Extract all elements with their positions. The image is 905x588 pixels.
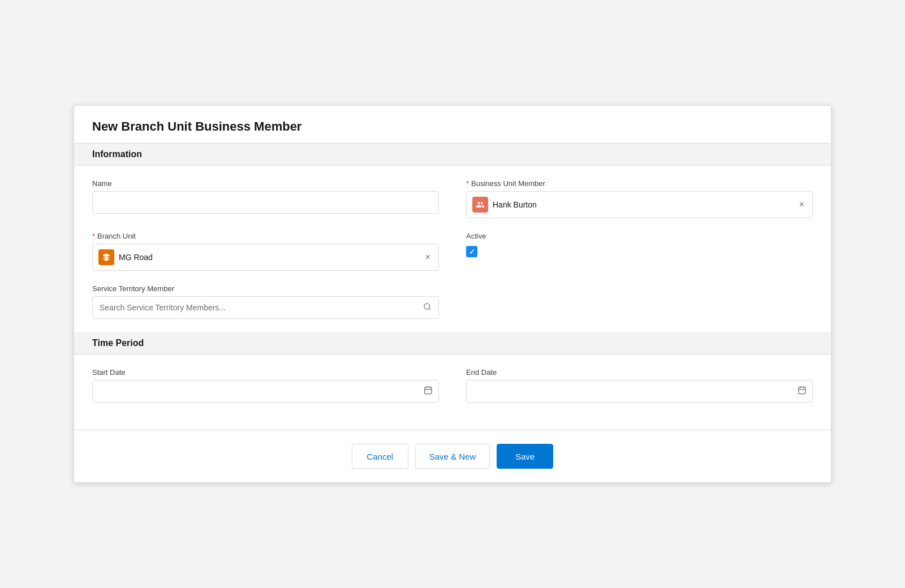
start-date-calendar-icon[interactable] xyxy=(424,386,433,397)
branch-unit-icon xyxy=(98,249,114,265)
time-period-section-title: Time Period xyxy=(92,338,144,348)
page-title: New Branch Unit Business Member xyxy=(92,119,813,134)
modal-header: New Branch Unit Business Member xyxy=(74,106,831,144)
information-section-body: Name * Business Unit Member Hank Burton xyxy=(74,166,831,332)
svg-rect-1 xyxy=(425,387,432,394)
start-date-field: Start Date xyxy=(92,368,439,403)
required-star-branch: * xyxy=(92,232,95,240)
information-form-grid: Name * Business Unit Member Hank Burton xyxy=(92,179,813,319)
branch-unit-value: MG Road xyxy=(119,253,419,262)
service-territory-member-label: Service Territory Member xyxy=(92,284,439,293)
business-unit-member-value: Hank Burton xyxy=(493,200,792,209)
end-date-calendar-icon[interactable] xyxy=(798,386,807,397)
service-territory-member-search[interactable]: Search Service Territory Members... xyxy=(92,296,439,319)
active-checkbox-wrap: ✓ xyxy=(466,246,813,257)
branch-unit-label: * Branch Unit xyxy=(92,232,439,240)
branch-unit-clear-button[interactable]: × xyxy=(423,252,433,263)
save-and-new-button[interactable]: Save & New xyxy=(415,444,490,469)
business-unit-member-icon xyxy=(472,197,488,213)
time-period-form-grid: Start Date End Date xyxy=(92,368,813,403)
end-date-input-wrap[interactable] xyxy=(466,380,813,403)
svg-rect-5 xyxy=(799,387,805,394)
branch-unit-lookup[interactable]: MG Road × xyxy=(92,244,439,271)
time-period-section-body: Start Date End Date xyxy=(74,354,831,416)
new-branch-unit-modal: New Branch Unit Business Member Informat… xyxy=(74,105,831,483)
branch-unit-field: * Branch Unit MG Road × xyxy=(92,232,439,271)
check-icon: ✓ xyxy=(469,248,475,256)
empty-grid-cell xyxy=(466,284,813,319)
svg-point-0 xyxy=(424,304,430,309)
name-input[interactable] xyxy=(92,191,439,214)
save-button[interactable]: Save xyxy=(497,444,553,469)
start-date-input-wrap[interactable] xyxy=(92,380,439,403)
information-section-header: Information xyxy=(74,144,831,166)
active-checkbox[interactable]: ✓ xyxy=(466,246,477,257)
start-date-label: Start Date xyxy=(92,368,439,377)
end-date-label: End Date xyxy=(466,368,813,377)
name-field: Name xyxy=(92,179,439,218)
name-label: Name xyxy=(92,179,439,188)
end-date-input[interactable] xyxy=(472,387,793,396)
active-field: Active ✓ xyxy=(466,232,813,271)
service-territory-member-placeholder: Search Service Territory Members... xyxy=(100,303,226,312)
business-unit-member-field: * Business Unit Member Hank Burton × xyxy=(466,179,813,218)
modal-footer: Cancel Save & New Save xyxy=(74,430,831,482)
information-section-title: Information xyxy=(92,149,142,159)
service-territory-member-field: Service Territory Member Search Service … xyxy=(92,284,439,319)
business-unit-member-label: * Business Unit Member xyxy=(466,179,813,188)
required-star: * xyxy=(466,179,469,188)
start-date-input[interactable] xyxy=(98,387,419,396)
time-period-section-header: Time Period xyxy=(74,332,831,354)
business-unit-member-lookup[interactable]: Hank Burton × xyxy=(466,191,813,218)
end-date-field: End Date xyxy=(466,368,813,403)
business-unit-member-clear-button[interactable]: × xyxy=(797,199,807,210)
active-label: Active xyxy=(466,232,813,240)
cancel-button[interactable]: Cancel xyxy=(352,444,408,469)
search-icon xyxy=(423,302,432,313)
